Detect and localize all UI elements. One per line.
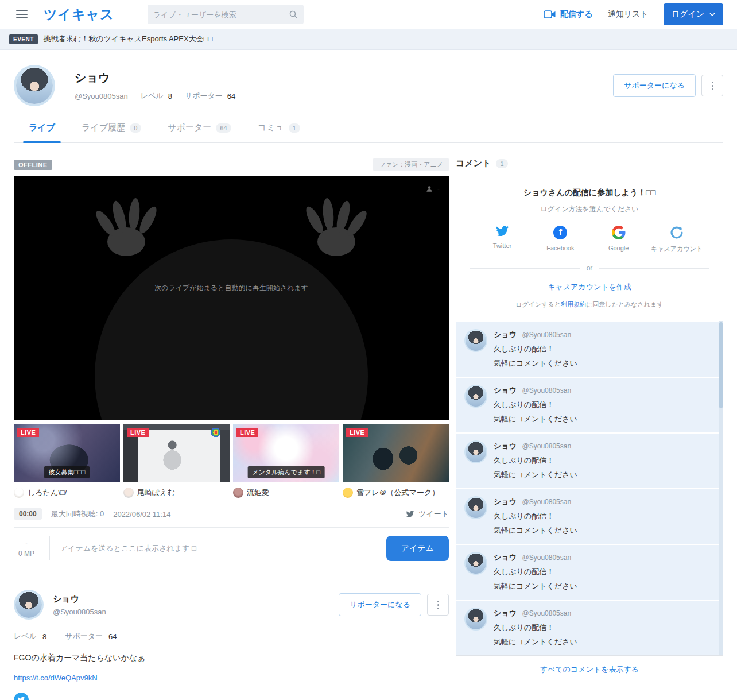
- live-thumbnail[interactable]: LIVE 彼女募集□□□: [14, 424, 120, 482]
- search-box[interactable]: [148, 5, 304, 24]
- more-options-button[interactable]: [427, 594, 449, 616]
- notification-list-link[interactable]: 通知リスト: [608, 9, 649, 20]
- viewer-icon: [425, 185, 433, 193]
- live-badge: LIVE: [346, 428, 368, 437]
- supporter-label[interactable]: サポーター: [65, 631, 103, 641]
- comment-item: ショウ @Syou0805san 久しぶりの配信！ 気軽にコメントください: [456, 377, 723, 432]
- provider-label: Twitter: [493, 242, 511, 249]
- login-twitter-button[interactable]: Twitter: [475, 226, 530, 253]
- avatar[interactable]: [466, 497, 486, 518]
- tweet-label: ツイート: [418, 509, 449, 519]
- tweet-link[interactable]: ツイート: [406, 509, 449, 519]
- twitter-icon: [406, 511, 414, 518]
- avatar[interactable]: [466, 553, 486, 574]
- tab-badge: 64: [216, 123, 231, 133]
- max-viewers: 最大同時視聴: 0: [51, 509, 104, 519]
- comment-text: 気軽にコメントください: [494, 581, 577, 591]
- live-thumbnail[interactable]: LIVE: [123, 424, 230, 482]
- search-input[interactable]: [153, 10, 289, 19]
- avatar[interactable]: [15, 591, 42, 618]
- comment-text: 気軽にコメントください: [494, 414, 577, 424]
- avatar[interactable]: [466, 386, 486, 407]
- login-button[interactable]: ログイン: [664, 3, 723, 25]
- live-user-name: 雪フレ＠（公式マーク）: [356, 488, 439, 498]
- bio-link[interactable]: https://t.co/dWeQApv9kN: [14, 674, 98, 682]
- item-section: - 0 MP アイテムを送るとここに表示されます □ アイテム: [14, 528, 449, 569]
- profile-card: ショウ @Syou0805san サポーターになる: [14, 577, 449, 620]
- login-google-button[interactable]: Google: [591, 226, 646, 253]
- send-item-button[interactable]: アイテム: [386, 536, 449, 561]
- video-player[interactable]: 次のライブが始まると自動的に再生開始されます -: [14, 176, 449, 420]
- broadcast-link[interactable]: 配信する: [544, 9, 593, 20]
- event-badge: EVENT: [9, 34, 38, 44]
- card-stats: レベル 8 サポーター 64: [14, 631, 449, 641]
- show-all-comments-link[interactable]: すべてのコメントを表示する: [456, 664, 723, 675]
- mp-value: 0 MP: [14, 548, 39, 559]
- become-supporter-button[interactable]: サポーターになる: [339, 593, 421, 616]
- tab-supporters[interactable]: サポーター64: [156, 114, 242, 142]
- live-user-link[interactable]: 雪フレ＠（公式マーク）: [343, 488, 449, 498]
- live-thumbnail[interactable]: LIVE メンタル病んでます！□: [233, 424, 339, 482]
- terms-text: に同意したとみなされます: [586, 301, 664, 308]
- live-title-overlay: 彼女募集□□□: [44, 466, 90, 478]
- comment-item: ショウ @Syou0805san 久しぶりの配信！ 気軽にコメントください: [456, 544, 723, 600]
- login-facebook-button[interactable]: Facebook: [533, 226, 588, 253]
- avatar[interactable]: [466, 442, 486, 462]
- live-title-overlay: メンタル病んでます！□: [247, 466, 325, 478]
- status-badge: OFFLINE: [14, 160, 52, 170]
- terms-note: ログインすると利用規約に同意したとみなされます: [467, 300, 712, 309]
- terms-link[interactable]: 利用規約: [561, 301, 586, 308]
- event-title[interactable]: 挑戦者求む！秋のツイキャスEsports APEX大会□□: [44, 34, 213, 44]
- profile-info: ショウ @Syou0805san レベル 8 サポーター 64: [75, 70, 235, 101]
- viewer-count: -: [437, 184, 440, 193]
- tab-live-history[interactable]: ライブ履歴0: [70, 114, 153, 142]
- create-account-link[interactable]: キャスアカウントを作成: [548, 282, 631, 292]
- stream-date: 2022/06/02 11:14: [113, 510, 170, 519]
- supporter-label[interactable]: サポーター: [185, 91, 223, 101]
- comment-item: ショウ @Syou0805san 久しぶりの配信！ 気軽にコメントください: [456, 321, 723, 377]
- comment-author: ショウ: [494, 442, 517, 450]
- avatar[interactable]: [466, 609, 486, 629]
- tab-label: コミュ: [258, 122, 284, 133]
- search-icon[interactable]: [289, 10, 298, 19]
- live-thumbnail[interactable]: LIVE: [343, 424, 449, 482]
- live-user-link[interactable]: 尾崎ぽえむ: [123, 488, 230, 498]
- divider: [49, 536, 50, 560]
- category-tag[interactable]: ファン：漫画・アニメ: [373, 158, 449, 171]
- broadcast-label: 配信する: [560, 9, 593, 20]
- tab-label: ライブ: [29, 122, 55, 133]
- duration-badge: 00:00: [14, 508, 42, 520]
- live-user-link[interactable]: しろたん\□/: [14, 488, 120, 498]
- avatar[interactable]: [466, 330, 486, 351]
- topbar-actions: 配信する 通知リスト ログイン: [544, 3, 723, 25]
- comment-author-handle: @Syou0805san: [522, 609, 572, 617]
- terms-text: ログインすると: [515, 301, 561, 308]
- comment-text: 久しぶりの配信！: [494, 455, 577, 466]
- twitter-profile-icon[interactable]: [14, 693, 29, 700]
- live-badge: LIVE: [17, 428, 39, 437]
- tab-community[interactable]: コミュ1: [246, 114, 312, 142]
- provider-label: Google: [608, 245, 629, 252]
- login-cas-account-button[interactable]: キャスアカウント: [649, 226, 704, 253]
- menu-icon[interactable]: [14, 8, 30, 21]
- live-badge: LIVE: [236, 428, 258, 437]
- comment-item: ショウ @Syou0805san 久しぶりの配信！ 気軽にコメントください: [456, 600, 723, 655]
- chevron-down-icon: [709, 13, 715, 16]
- login-prompt-subtitle: ログイン方法を選んでください: [467, 204, 712, 214]
- comment-text: 気軽にコメントください: [494, 358, 577, 369]
- tab-live[interactable]: ライブ: [17, 114, 67, 142]
- scrollbar[interactable]: [719, 321, 723, 655]
- facebook-icon: [553, 226, 567, 239]
- more-options-button[interactable]: [701, 75, 723, 96]
- provider-label: Facebook: [546, 245, 574, 252]
- mascot-silhouette: [14, 176, 449, 420]
- avatar: [123, 488, 134, 498]
- item-hint: アイテムを送るとここに表示されます □: [60, 543, 196, 554]
- live-user-link[interactable]: 流姫愛: [233, 488, 339, 498]
- become-supporter-button[interactable]: サポーターになる: [613, 74, 696, 97]
- profile-tabs: ライブ ライブ履歴0 サポーター64 コミュ1: [14, 114, 723, 143]
- avatar[interactable]: [16, 67, 53, 104]
- user-bio: FGOの水着カーマ当たらないかなぁ: [14, 653, 449, 663]
- tab-badge: 1: [289, 123, 300, 133]
- twitcasting-logo[interactable]: ツイキャス: [44, 6, 114, 24]
